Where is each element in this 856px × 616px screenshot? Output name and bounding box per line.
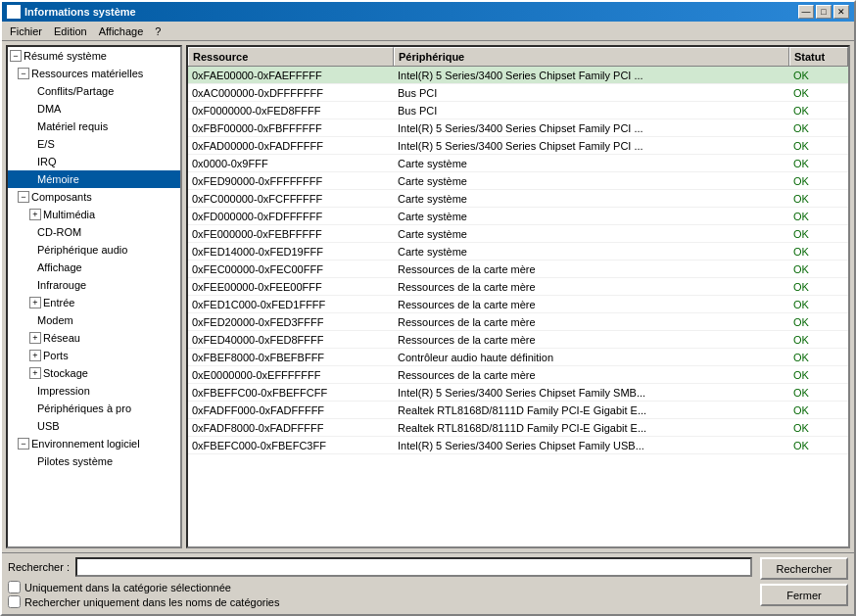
- tree-root[interactable]: − Résumé système: [8, 47, 180, 65]
- cell-peripherique: Carte système: [394, 157, 789, 170]
- tree-infrarouge-label: Infrarouge: [37, 279, 86, 291]
- table-row[interactable]: 0xFBEFC000-0xFBEFC3FF Intel(R) 5 Series/…: [188, 437, 848, 454]
- table-row[interactable]: 0xFED90000-0xFFFFFFFF Carte système OK: [188, 172, 848, 190]
- tree-ressources-materielles[interactable]: − Ressources matérielles: [8, 65, 180, 82]
- table-row[interactable]: 0xFBF00000-0xFBFFFFFF Intel(R) 5 Series/…: [188, 119, 848, 137]
- table-row[interactable]: 0x0000-0x9FFF Carte système OK: [188, 155, 848, 172]
- cell-ressource: 0xFED14000-0xFED19FFF: [188, 245, 394, 259]
- window-title: Informations système: [24, 6, 136, 18]
- checkbox-category[interactable]: [8, 581, 21, 593]
- table-row[interactable]: 0xFC000000-0xFCFFFFFF Carte système OK: [188, 190, 848, 208]
- expand-multimedia[interactable]: +: [29, 209, 41, 220]
- table-row[interactable]: 0xE0000000-0xEFFFFFFF Ressources de la c…: [188, 366, 848, 384]
- tree-impression-label: Impression: [37, 385, 90, 397]
- maximize-button[interactable]: □: [816, 5, 832, 19]
- checkbox-names[interactable]: [8, 595, 21, 608]
- table-row[interactable]: 0xFAD00000-0xFADFFFFF Intel(R) 5 Series/…: [188, 137, 848, 155]
- tree-multimedia[interactable]: + Multimédia: [8, 206, 180, 223]
- expand-entree[interactable]: +: [29, 297, 41, 308]
- tree-stockage[interactable]: + Stockage: [8, 364, 180, 382]
- table-row[interactable]: 0xFEC00000-0xFEC00FFF Ressources de la c…: [188, 261, 848, 278]
- left-panel[interactable]: − Résumé système − Ressources matérielle…: [6, 45, 182, 548]
- tree-irq[interactable]: IRQ: [8, 153, 180, 170]
- tree-impression[interactable]: Impression: [8, 382, 180, 400]
- tree-reseau[interactable]: + Réseau: [8, 329, 180, 347]
- tree-infrarouge[interactable]: Infrarouge: [8, 276, 180, 294]
- tree-modem[interactable]: Modem: [8, 311, 180, 329]
- menu-edition[interactable]: Edition: [48, 24, 93, 39]
- tree-es[interactable]: E/S: [8, 135, 180, 153]
- cell-statut: OK: [789, 139, 848, 153]
- expand-env[interactable]: −: [18, 438, 29, 450]
- tree-periph-pro[interactable]: Périphériques à pro: [8, 400, 180, 417]
- table-row[interactable]: 0xFED14000-0xFED19FFF Carte système OK: [188, 243, 848, 261]
- tree-cdrom[interactable]: CD-ROM: [8, 223, 180, 241]
- menu-fichier[interactable]: Fichier: [4, 24, 48, 39]
- expand-ports[interactable]: +: [29, 350, 41, 361]
- cell-peripherique: Contrôleur audio haute définition: [394, 351, 789, 364]
- cell-peripherique: Carte système: [394, 192, 789, 206]
- fermer-button[interactable]: Fermer: [760, 584, 848, 606]
- table-row[interactable]: 0xFADF8000-0xFADFFFFF Realtek RTL8168D/8…: [188, 419, 848, 437]
- tree-entree-label: Entrée: [43, 297, 74, 308]
- cell-peripherique: Intel(R) 5 Series/3400 Series Chipset Fa…: [394, 439, 789, 452]
- expand-stockage[interactable]: +: [29, 367, 41, 379]
- cell-statut: OK: [789, 210, 848, 223]
- tree-pilotes-label: Pilotes système: [37, 455, 113, 467]
- expand-composants[interactable]: −: [18, 191, 29, 203]
- close-button-title[interactable]: ✕: [833, 5, 849, 19]
- tree-es-label: E/S: [37, 138, 55, 150]
- col-header-statut[interactable]: Statut: [789, 47, 848, 66]
- col-header-ressource[interactable]: Ressource: [188, 47, 394, 66]
- table-row[interactable]: 0xFAE00000-0xFAEFFFFF Intel(R) 5 Series/…: [188, 67, 848, 84]
- tree-pilotes[interactable]: Pilotes système: [8, 452, 180, 470]
- search-row: Rechercher :: [8, 557, 752, 577]
- rechercher-button[interactable]: Rechercher: [760, 557, 848, 580]
- tree-entree[interactable]: + Entrée: [8, 294, 180, 311]
- cell-ressource: 0xFADFF000-0xFADFFFFF: [188, 403, 394, 417]
- expand-reseau[interactable]: +: [29, 332, 41, 344]
- tree-usb[interactable]: USB: [8, 417, 180, 435]
- tree-env-logiciel[interactable]: − Environnement logiciel: [8, 435, 180, 452]
- checkbox-names-label: Rechercher uniquement dans les noms de c…: [24, 596, 279, 608]
- cell-peripherique: Bus PCI: [394, 86, 789, 100]
- cell-ressource: 0xFBF00000-0xFBFFFFFF: [188, 121, 394, 135]
- table-row[interactable]: 0xFED20000-0xFED3FFFF Ressources de la c…: [188, 313, 848, 331]
- tree-memoire-label: Mémoire: [37, 173, 79, 185]
- tree-cdrom-label: CD-ROM: [37, 226, 81, 238]
- menu-bar: Fichier Edition Affichage ?: [2, 22, 854, 41]
- tree-materiel[interactable]: Matériel requis: [8, 118, 180, 135]
- minimize-button[interactable]: —: [798, 5, 814, 19]
- tree-conflits[interactable]: Conflits/Partage: [8, 82, 180, 100]
- cell-ressource: 0xFEE00000-0xFEE00FFF: [188, 280, 394, 294]
- tree-ports[interactable]: + Ports: [8, 347, 180, 364]
- expand-root[interactable]: −: [10, 50, 22, 62]
- cell-statut: OK: [789, 262, 848, 276]
- cell-statut: OK: [789, 368, 848, 382]
- table-row[interactable]: 0xFE000000-0xFEBFFFFF Carte système OK: [188, 225, 848, 243]
- table-body[interactable]: 0xFAE00000-0xFAEFFFFF Intel(R) 5 Series/…: [188, 67, 848, 546]
- menu-help[interactable]: ?: [149, 24, 166, 39]
- cell-statut: OK: [789, 333, 848, 347]
- table-row[interactable]: 0xFD000000-0xFDFFFFFF Carte système OK: [188, 208, 848, 225]
- table-row[interactable]: 0xAC000000-0xDFFFFFFF Bus PCI OK: [188, 84, 848, 102]
- cell-ressource: 0xFE000000-0xFEBFFFFF: [188, 227, 394, 241]
- tree-dma[interactable]: DMA: [8, 100, 180, 118]
- search-input[interactable]: [75, 557, 752, 577]
- table-row[interactable]: 0xFBEFFC00-0xFBEFFCFF Intel(R) 5 Series/…: [188, 384, 848, 402]
- tree-periph-audio[interactable]: Périphérique audio: [8, 241, 180, 259]
- tree-composants[interactable]: − Composants: [8, 188, 180, 206]
- cell-peripherique: Carte système: [394, 227, 789, 241]
- table-row[interactable]: 0xFADFF000-0xFADFFFFF Realtek RTL8168D/8…: [188, 402, 848, 419]
- col-header-peripherique[interactable]: Périphérique: [394, 47, 789, 66]
- table-row[interactable]: 0xFED1C000-0xFED1FFFF Ressources de la c…: [188, 296, 848, 313]
- menu-affichage[interactable]: Affichage: [93, 24, 150, 39]
- tree-affichage[interactable]: Affichage: [8, 259, 180, 276]
- expand-ressources[interactable]: −: [18, 68, 29, 79]
- table-row[interactable]: 0xFEE00000-0xFEE00FFF Ressources de la c…: [188, 278, 848, 296]
- table-row[interactable]: 0xF0000000-0xFED8FFFF Bus PCI OK: [188, 102, 848, 119]
- table-row[interactable]: 0xFED40000-0xFED8FFFF Ressources de la c…: [188, 331, 848, 349]
- tree-memoire[interactable]: Mémoire: [8, 170, 180, 188]
- table-row[interactable]: 0xFBEF8000-0xFBEFBFFF Contrôleur audio h…: [188, 349, 848, 366]
- cell-ressource: 0xAC000000-0xDFFFFFFF: [188, 86, 394, 100]
